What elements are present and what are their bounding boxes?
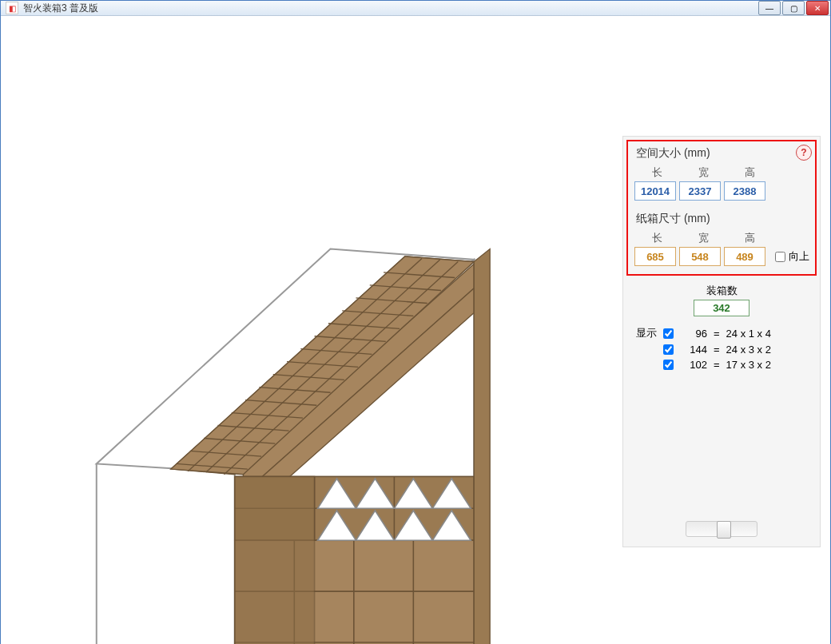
count-title: 装箱数 bbox=[628, 284, 815, 298]
display-row-checkbox[interactable] bbox=[663, 344, 674, 355]
box-dim-labels: 长 宽 高 bbox=[631, 229, 812, 247]
space-height-input[interactable] bbox=[724, 181, 765, 201]
space-size-title: 空间大小 (mm) bbox=[631, 146, 812, 161]
upright-label: 向上 bbox=[789, 249, 809, 264]
display-row-expr: 17 x 3 x 2 bbox=[726, 359, 771, 371]
minimize-button[interactable]: — bbox=[758, 1, 781, 15]
label-length: 长 bbox=[636, 165, 678, 180]
equals-sign: = bbox=[714, 344, 720, 356]
display-row: 显示 96 = 24 x 1 x 4 bbox=[631, 324, 815, 342]
box-length-input[interactable] bbox=[634, 247, 676, 266]
opacity-slider[interactable] bbox=[686, 521, 757, 537]
maximize-button[interactable]: ▢ bbox=[782, 1, 805, 15]
box-width-input[interactable] bbox=[679, 247, 721, 266]
box-size-group: 纸箱尺寸 (mm) 长 宽 高 向上 bbox=[631, 212, 812, 266]
display-row-count: 102 bbox=[680, 359, 707, 371]
svg-marker-63 bbox=[474, 249, 490, 644]
help-button[interactable]: ? bbox=[796, 145, 812, 161]
space-dim-labels: 长 宽 高 bbox=[631, 164, 812, 181]
display-row-count: 144 bbox=[680, 344, 707, 356]
display-row-checkbox[interactable] bbox=[663, 328, 674, 339]
label-length: 长 bbox=[636, 231, 678, 245]
upright-checkbox[interactable] bbox=[775, 252, 785, 262]
display-row-count: 96 bbox=[680, 328, 707, 340]
display-label: 显示 bbox=[631, 326, 657, 340]
space-dim-inputs bbox=[631, 181, 812, 201]
window-controls: — ▢ ✕ bbox=[758, 1, 829, 15]
display-rows: 显示 96 = 24 x 1 x 4 144 = 24 x 3 x 2 102 bbox=[628, 324, 815, 372]
highlighted-input-group: 空间大小 (mm) 长 宽 高 纸箱尺寸 (mm) 长 bbox=[626, 140, 817, 276]
slider-area bbox=[628, 516, 815, 542]
label-width: 宽 bbox=[682, 231, 724, 245]
display-row-expr: 24 x 1 x 4 bbox=[726, 328, 771, 340]
box-dim-inputs bbox=[631, 247, 765, 266]
space-width-input[interactable] bbox=[679, 181, 721, 201]
titlebar[interactable]: ◧ 智火装箱3 普及版 — ▢ ✕ bbox=[1, 1, 830, 16]
label-width: 宽 bbox=[682, 165, 724, 180]
count-value: 342 bbox=[694, 300, 749, 316]
label-height: 高 bbox=[729, 165, 770, 180]
equals-sign: = bbox=[714, 359, 720, 371]
control-panel: ? 空间大小 (mm) 长 宽 高 纸箱尺寸 (m bbox=[622, 136, 821, 547]
display-row: 102 = 17 x 3 x 2 bbox=[631, 357, 815, 372]
app-window: ◧ 智火装箱3 普及版 — ▢ ✕ bbox=[0, 0, 831, 644]
display-row-checkbox[interactable] bbox=[663, 360, 674, 370]
slider-thumb[interactable] bbox=[717, 521, 731, 539]
label-height: 高 bbox=[729, 231, 770, 245]
space-length-input[interactable] bbox=[634, 181, 676, 201]
window-title: 智火装箱3 普及版 bbox=[23, 2, 758, 15]
box-height-input[interactable] bbox=[724, 247, 765, 266]
space-size-group: 空间大小 (mm) 长 宽 高 bbox=[631, 146, 812, 201]
close-button[interactable]: ✕ bbox=[806, 1, 829, 15]
display-row: 144 = 24 x 3 x 2 bbox=[631, 342, 815, 357]
box-size-title: 纸箱尺寸 (mm) bbox=[631, 212, 812, 226]
upright-option[interactable]: 向上 bbox=[775, 249, 809, 264]
count-group: 装箱数 342 bbox=[628, 284, 815, 316]
display-row-expr: 24 x 3 x 2 bbox=[726, 344, 771, 356]
svg-rect-62 bbox=[235, 476, 315, 644]
app-icon: ◧ bbox=[6, 2, 18, 14]
content-area: ? 空间大小 (mm) 长 宽 高 纸箱尺寸 (m bbox=[1, 16, 830, 644]
equals-sign: = bbox=[714, 328, 720, 340]
